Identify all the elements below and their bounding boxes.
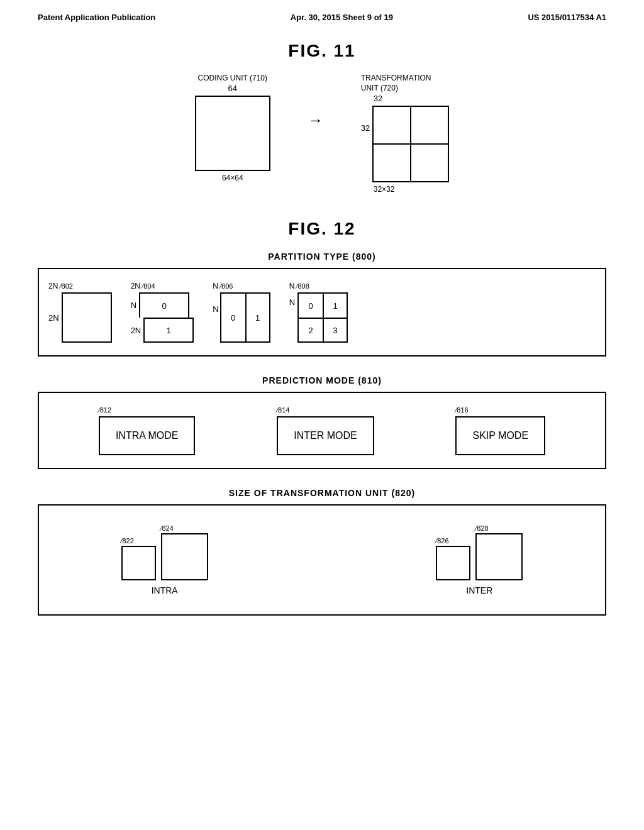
nxn-cell-1: 1: [323, 292, 348, 318]
tbox-826-item: ∕826: [436, 537, 470, 580]
prediction-section-label: PREDICTION MODE (810): [38, 375, 606, 385]
arrow-container: →: [308, 74, 323, 129]
partition-item-802: 2N ∕802 2N: [48, 282, 112, 343]
label-n-nxn: N: [289, 297, 295, 307]
tbox-822-item: ∕822: [121, 537, 156, 580]
transform-outer: ∕822 ∕824 INTRA ∕826: [38, 504, 606, 616]
transform-size-top: 32: [374, 94, 382, 103]
grid-cell-tl: [374, 107, 411, 145]
tbox-828: [475, 533, 523, 580]
tbox-826-ref: ∕826: [436, 537, 448, 545]
partition-outer: 2N ∕802 2N 2N ∕804 N 0 2: [38, 268, 606, 357]
inter-mode-item: ∕814 INTER MODE: [277, 406, 374, 455]
intra-mode-label: INTRA MODE: [116, 430, 179, 441]
coding-unit-label: CODING UNIT (710): [198, 74, 267, 82]
inter-label: INTER: [466, 585, 492, 595]
skip-mode-box: SKIP MODE: [455, 416, 545, 455]
prediction-row: ∕812 INTRA MODE ∕814 INTER MODE ∕816: [58, 406, 586, 455]
tbox-822: [121, 546, 156, 580]
inter-boxes-row: ∕826 ∕828: [436, 524, 523, 580]
transform-content: 32 32 32×32: [361, 94, 449, 194]
intra-transform-group: ∕822 ∕824 INTRA: [121, 524, 208, 595]
intra-mode-item: ∕812 INTRA MODE: [99, 406, 196, 455]
transform-label2: UNIT (720): [361, 84, 398, 92]
partition-label-804: 2N ∕804: [131, 282, 155, 290]
rect-2nxn-bot: 1: [143, 318, 194, 343]
right-arrow-icon: →: [308, 111, 323, 129]
fig12-title: FIG. 12: [38, 219, 606, 239]
nxn-cell-2: 2: [297, 318, 323, 343]
transform-label1: TRANSFORMATION: [361, 74, 431, 82]
tbox-824: [161, 533, 208, 580]
rect-2nxn-top: 0: [139, 292, 189, 318]
page-header: Patent Application Publication Apr. 30, …: [38, 13, 606, 22]
partition-section-label: PARTITION TYPE (800): [38, 252, 606, 262]
fig11-container: CODING UNIT (710) 64 64×64 → TRANSFORMAT…: [38, 74, 606, 194]
partition-2nxn-box: N 0 2N 1: [131, 292, 194, 343]
page: Patent Application Publication Apr. 30, …: [0, 0, 644, 830]
tbox-824-item: ∕824: [161, 524, 208, 580]
partition-nxn-box: N 0 1 2 3: [289, 292, 348, 343]
intra-mode-ref: ∕812: [99, 406, 111, 414]
transform-row: 32: [361, 106, 449, 182]
grid-cell-br: [411, 145, 449, 182]
intra-mode-box: INTRA MODE: [99, 416, 196, 455]
partition-item-804: 2N ∕804 N 0 2N 1: [131, 282, 194, 343]
partition-row: 2N ∕802 2N 2N ∕804 N 0 2: [48, 282, 596, 343]
partition-label-802: 2N ∕802: [48, 282, 73, 290]
partition-item-808: N ∕808 N 0 1 2 3: [289, 282, 348, 343]
inter-mode-ref: ∕814: [277, 406, 289, 414]
transform-size-left: 32: [361, 123, 370, 133]
inter-mode-box: INTER MODE: [277, 416, 374, 455]
partition-2n-top: 2N: [48, 282, 60, 290]
skip-mode-label: SKIP MODE: [472, 430, 528, 441]
transform-dim: 32×32: [374, 185, 395, 194]
coding-unit-box: [195, 96, 270, 171]
coding-unit-block: CODING UNIT (710) 64 64×64: [195, 74, 270, 182]
tbox-822-ref: ∕822: [121, 537, 134, 545]
transform-unit-block: TRANSFORMATION UNIT (720) 32 32 32×32: [361, 74, 449, 194]
label-2n-left-804: 2N: [131, 326, 142, 335]
transform-size-section-label: SIZE OF TRANSFORMATION UNIT (820): [38, 488, 606, 498]
grid-cell-bl: [374, 145, 411, 182]
skip-mode-item: ∕816 SKIP MODE: [455, 406, 545, 455]
label-n-top: N: [131, 301, 136, 310]
nxn-cell-3: 3: [323, 318, 348, 343]
tbox-828-ref: ∕828: [475, 524, 488, 532]
nxn-cell-0: 0: [297, 292, 323, 318]
label-2n-left: 2N: [48, 313, 59, 323]
header-left: Patent Application Publication: [38, 13, 155, 22]
grid-cell-tr: [411, 107, 449, 145]
tbox-826: [436, 546, 470, 580]
rect-2n2n: [62, 292, 112, 343]
prediction-outer: ∕812 INTRA MODE ∕814 INTER MODE ∕816: [38, 392, 606, 469]
inter-mode-label: INTER MODE: [294, 430, 357, 441]
rect-nx2n-left: 0: [220, 292, 245, 343]
inter-transform-group: ∕826 ∕828 INTER: [436, 524, 523, 595]
partition-2nx2n-box: 2N: [48, 292, 112, 343]
rect-nx2n-right: 1: [245, 292, 270, 343]
partition-nx2n-box: N 0 1: [213, 292, 270, 343]
intra-boxes-row: ∕822 ∕824: [121, 524, 208, 580]
transform-grid: [372, 106, 449, 182]
tbox-828-item: ∕828: [475, 524, 523, 580]
coding-unit-dim: 64×64: [222, 174, 243, 182]
fig11-title: FIG. 11: [38, 41, 606, 61]
intra-label: INTRA: [152, 585, 178, 595]
coding-unit-size: 64: [228, 84, 237, 93]
tbox-824-ref: ∕824: [161, 524, 174, 532]
partition-label-806: N ∕806: [213, 282, 233, 290]
partition-item-806: N ∕806 N 0 1: [213, 282, 270, 343]
partition-label-808: N ∕808: [289, 282, 309, 290]
transform-size-row: ∕822 ∕824 INTRA ∕826: [58, 518, 586, 602]
header-center: Apr. 30, 2015 Sheet 9 of 19: [291, 13, 393, 22]
header-right: US 2015/0117534 A1: [528, 13, 606, 22]
label-n-nx2n: N: [213, 304, 218, 314]
skip-mode-ref: ∕816: [455, 406, 468, 414]
